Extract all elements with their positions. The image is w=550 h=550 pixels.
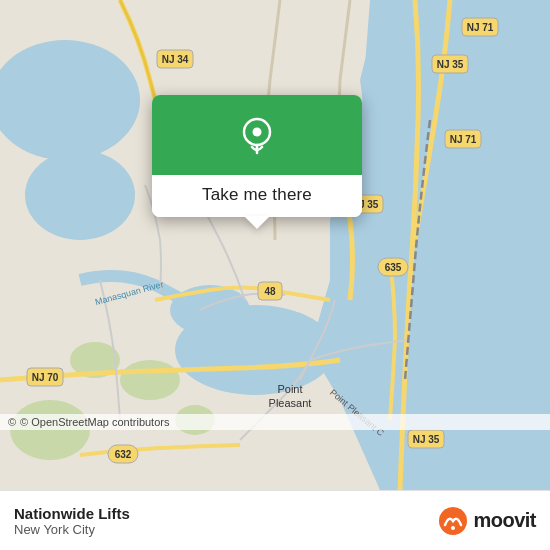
svg-point-26 xyxy=(451,526,455,530)
location-title: Nationwide Lifts xyxy=(14,505,130,522)
location-popup: Take me there xyxy=(152,95,362,217)
svg-point-4 xyxy=(25,150,135,240)
nj70-label: NJ 70 xyxy=(32,372,59,383)
location-subtitle: New York City xyxy=(14,522,130,537)
popup-header xyxy=(152,95,362,175)
svg-point-7 xyxy=(120,360,180,400)
moovit-brand-icon xyxy=(437,505,469,537)
moovit-text: moovit xyxy=(473,509,536,532)
location-pin-icon xyxy=(235,113,279,157)
r635-label: 635 xyxy=(385,262,402,273)
copyright-text: © OpenStreetMap contributors xyxy=(20,416,169,428)
copyright-icon: © xyxy=(8,416,16,428)
point-pleasant-label2: Pleasant xyxy=(269,397,312,409)
r632-label: 632 xyxy=(115,449,132,460)
bottom-bar: Nationwide Lifts New York City moovit xyxy=(0,490,550,550)
svg-point-24 xyxy=(253,128,262,137)
nj34-label: NJ 34 xyxy=(162,54,189,65)
popup-footer[interactable]: Take me there xyxy=(152,175,362,217)
nj35-label-top: NJ 35 xyxy=(437,59,464,70)
take-me-there-button[interactable]: Take me there xyxy=(202,185,312,205)
svg-point-10 xyxy=(10,400,90,460)
point-pleasant-label: Point xyxy=(277,383,302,395)
nj71-label-top: NJ 71 xyxy=(467,22,494,33)
map-area[interactable]: NJ 71 NJ 35 NJ 71 NJ 35 NJ 34 NJ 70 NJ 3… xyxy=(0,0,550,490)
r48-label: 48 xyxy=(264,286,276,297)
nj71-label-mid: NJ 71 xyxy=(450,134,477,145)
location-info: Nationwide Lifts New York City xyxy=(14,505,130,537)
copyright-bar: © © OpenStreetMap contributors xyxy=(0,414,550,430)
nj35-label-bot: NJ 35 xyxy=(413,434,440,445)
moovit-logo: moovit xyxy=(437,505,536,537)
